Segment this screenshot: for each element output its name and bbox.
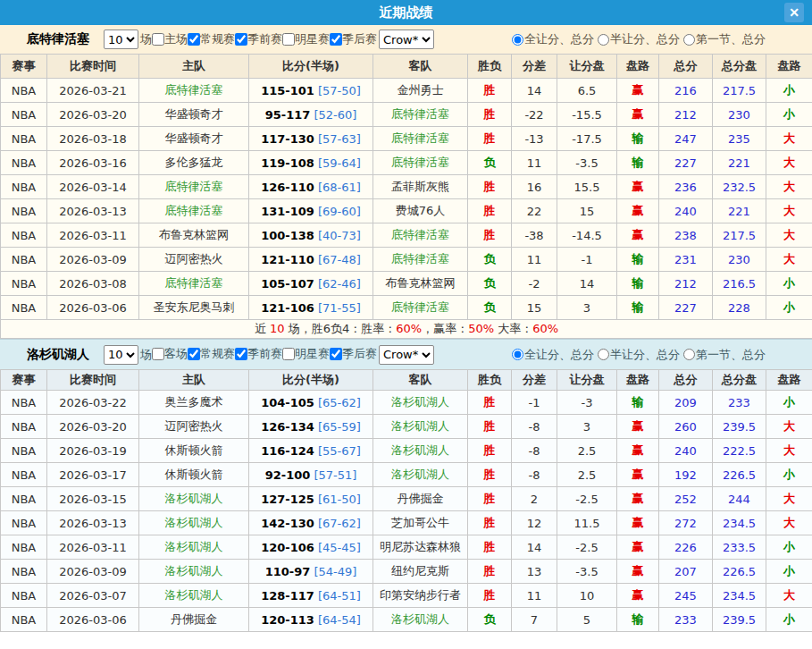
odds-company-select[interactable]: Crow* <box>379 30 434 49</box>
total-cell: 227 <box>659 296 713 320</box>
handicap-cell: -3.5 <box>557 151 617 175</box>
games-count-select[interactable]: 10 <box>104 30 138 49</box>
home-team-cell: 洛杉矶湖人 <box>139 511 249 535</box>
total-line-cell: 232.5 <box>713 175 766 199</box>
score-cell: 126-110 [68-61] <box>249 175 373 199</box>
stat-mode-radio[interactable] <box>683 34 695 46</box>
total-cell: 238 <box>659 223 713 248</box>
away-team-cell: 明尼苏达森林狼 <box>373 535 468 560</box>
handicap-result-cell: 赢 <box>617 439 659 463</box>
away-team-cell: 孟菲斯灰熊 <box>373 175 468 199</box>
diff-cell: 11 <box>512 151 557 175</box>
result-cell: 胜 <box>468 535 512 560</box>
result-cell: 胜 <box>468 79 512 103</box>
filter-checkbox[interactable] <box>235 33 247 46</box>
table-row: NBA2026-03-18华盛顿奇才117-130 [57-63]底特律活塞胜-… <box>1 127 812 151</box>
filter-checkbox-group[interactable]: 明星赛 <box>282 346 330 362</box>
away-team-cell: 底特律活塞 <box>373 223 468 248</box>
stat-mode-radio-group[interactable]: 半让分、总分 <box>598 347 680 363</box>
stat-mode-radio-group[interactable]: 全让分、总分 <box>512 31 594 47</box>
date-cell: 2026-03-17 <box>47 463 139 487</box>
filter-checkbox-group[interactable]: 明星赛 <box>282 31 330 47</box>
games-count-select[interactable]: 10 <box>104 345 138 365</box>
stat-mode-radio[interactable] <box>512 349 523 360</box>
filter-checkbox-group[interactable]: 常规赛 <box>188 346 235 362</box>
diff-cell: 15 <box>512 296 557 320</box>
filter-checkbox[interactable] <box>152 348 164 360</box>
filter-checkbox-group[interactable]: 季后赛 <box>330 31 377 47</box>
column-header: 总分 <box>659 55 713 79</box>
score-cell: 142-130 [67-62] <box>249 511 373 535</box>
filter-checkbox[interactable] <box>330 33 342 46</box>
full-score: 120-106 <box>261 541 314 554</box>
results-table: 赛事比赛时间主队比分(半场)客队胜负分差让分盘盘路总分总分盘盘路 NBA2026… <box>0 369 812 632</box>
stat-mode-radio-label: 全让分、总分 <box>524 347 594 363</box>
filter-checkbox-group[interactable]: 客场 <box>152 346 188 362</box>
diff-cell: 12 <box>512 511 557 535</box>
handicap-result-cell: 赢 <box>617 103 659 127</box>
filter-checkbox-label: 常规赛 <box>200 346 235 362</box>
filter-checkbox-group[interactable]: 季前赛 <box>235 346 282 362</box>
date-cell: 2026-03-09 <box>47 248 139 272</box>
result-cell: 负 <box>468 608 512 632</box>
result-cell: 胜 <box>468 439 512 463</box>
over-under-cell: 小 <box>766 79 812 103</box>
column-header: 比赛时间 <box>47 370 139 391</box>
result-cell: 胜 <box>468 511 512 535</box>
filter-checkbox[interactable] <box>188 348 200 360</box>
diff-cell: 11 <box>512 248 557 272</box>
stat-mode-radio-group[interactable]: 半让分、总分 <box>598 31 680 47</box>
filter-checkbox[interactable] <box>188 33 200 46</box>
away-team-cell: 丹佛掘金 <box>373 487 468 511</box>
away-team-cell: 洛杉矶湖人 <box>373 463 468 487</box>
result-cell: 负 <box>468 296 512 320</box>
close-button[interactable]: ✕ <box>784 3 804 22</box>
filter-checkbox-group[interactable]: 常规赛 <box>188 31 235 47</box>
filter-checkbox[interactable] <box>235 348 247 360</box>
filter-checkbox-label: 主场 <box>164 31 188 47</box>
total-line-cell: 221 <box>713 199 766 223</box>
table-row: NBA2026-03-06圣安东尼奥马刺121-106 [71-55]底特律活塞… <box>1 296 812 320</box>
half-score: [62-46] <box>314 277 361 291</box>
total-line-cell: 217.5 <box>713 79 766 103</box>
over-under-cell: 大 <box>766 415 812 439</box>
stat-mode-radio[interactable] <box>512 34 523 46</box>
stat-mode-radio-group[interactable]: 全让分、总分 <box>512 347 594 363</box>
stat-mode-radio-group[interactable]: 第一节、总分 <box>683 347 766 363</box>
away-team-cell: 印第安纳步行者 <box>373 584 468 608</box>
full-score: 117-130 <box>261 132 314 146</box>
total-cell: 212 <box>659 103 713 127</box>
stat-mode-radio[interactable] <box>683 349 695 360</box>
filter-checkbox-group[interactable]: 季后赛 <box>330 346 377 362</box>
table-row: NBA2026-03-16多伦多猛龙119-108 [59-64]底特律活塞负1… <box>1 151 812 175</box>
stat-mode-radio[interactable] <box>598 349 609 360</box>
half-score: [45-45] <box>314 541 361 554</box>
summary-stat-value: 60% <box>532 322 558 335</box>
league-cell: NBA <box>1 223 47 248</box>
stat-mode-radio-group[interactable]: 第一节、总分 <box>683 31 766 47</box>
odds-company-select[interactable]: Crow* <box>379 345 434 365</box>
stat-mode-radio-label: 第一节、总分 <box>696 347 766 363</box>
filter-checkbox[interactable] <box>282 33 295 46</box>
total-line-cell: 235 <box>713 127 766 151</box>
table-row: NBA2026-03-14底特律活塞126-110 [68-61]孟菲斯灰熊胜1… <box>1 175 812 199</box>
filter-checkbox[interactable] <box>330 348 342 360</box>
filter-checkbox-group[interactable]: 季前赛 <box>235 31 282 47</box>
away-team-cell: 纽约尼克斯 <box>373 560 468 584</box>
filter-checkbox-label: 季前赛 <box>247 31 282 47</box>
filter-checkbox[interactable] <box>152 33 164 46</box>
handicap-result-cell: 赢 <box>617 487 659 511</box>
half-score: [67-62] <box>314 517 361 530</box>
summary-stat-value: 10 <box>270 322 285 335</box>
league-cell: NBA <box>1 608 47 632</box>
filter-checkbox-group[interactable]: 主场 <box>152 31 188 47</box>
stat-mode-radio[interactable] <box>598 34 609 46</box>
date-cell: 2026-03-06 <box>47 608 139 632</box>
date-cell: 2026-03-16 <box>47 151 139 175</box>
date-cell: 2026-03-15 <box>47 487 139 511</box>
handicap-cell: -2.5 <box>557 535 617 560</box>
column-header: 总分盘 <box>713 55 766 79</box>
filter-checkbox[interactable] <box>282 348 295 360</box>
handicap-result-cell: 赢 <box>617 415 659 439</box>
score-cell: 115-101 [57-50] <box>249 79 373 103</box>
